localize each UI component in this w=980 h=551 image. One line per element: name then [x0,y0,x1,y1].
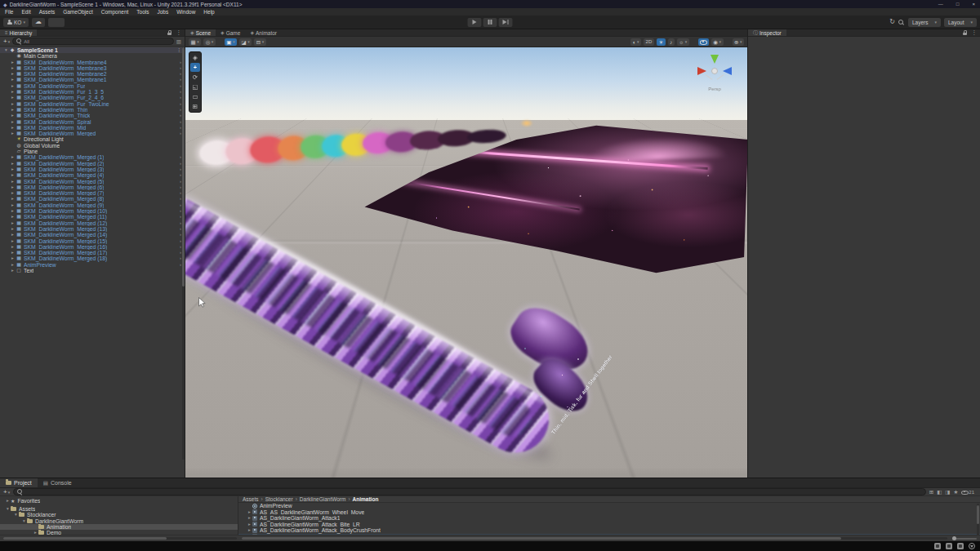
project-searchbox[interactable] [13,488,926,495]
expander-icon[interactable] [10,119,16,125]
expander-icon[interactable] [10,172,16,178]
expander-icon[interactable] [247,515,252,522]
hierarchy-row[interactable]: SKM_DarklineWorm_Merged (16) [0,244,185,250]
expander-icon[interactable] [10,232,16,238]
row-arrow-icon[interactable] [176,77,181,82]
services-button[interactable] [48,18,65,27]
pivot-dropdown[interactable]: ▣▾ [225,38,237,46]
search-by-type-icon[interactable]: ◧ [937,488,942,496]
hierarchy-row[interactable]: AnimPreview [0,262,185,268]
scene-tool-button[interactable] [190,73,200,82]
expander-icon[interactable] [10,131,16,136]
row-arrow-icon[interactable] [176,232,181,238]
hierarchy-row[interactable]: SKM_DarklineWorm_Membrane3 [0,65,185,71]
menu-item[interactable]: File [1,8,17,16]
hierarchy-row[interactable]: SKM_DarklineWorm_Merged (1) [0,154,185,160]
hierarchy-row[interactable]: SampleScene 1 [0,47,185,53]
saved-search-star-icon[interactable] [953,488,958,496]
file-row[interactable]: AnimPreview [238,503,980,509]
scene-tool-button[interactable] [190,53,200,62]
gizmo-center[interactable] [711,68,718,74]
breadcrumb-item[interactable]: Animation [353,496,379,502]
account-button[interactable]: KO ▾ [3,18,29,27]
hierarchy-row[interactable]: Main Camera [0,53,185,59]
hierarchy-row[interactable]: SKM_DarklineWorm_Merged (14) [0,232,185,238]
row-arrow-icon[interactable] [176,172,181,178]
expander-icon[interactable] [10,89,16,95]
files-scrollbar[interactable] [977,504,979,535]
gizmo-z-axis-cone[interactable] [723,67,732,75]
scene-tool-button[interactable] [190,63,200,72]
minimize-button[interactable]: — [938,0,943,8]
hierarchy-row[interactable]: SKM_DarklineWorm_Thin [0,107,185,113]
expander-icon[interactable] [10,65,16,71]
hierarchy-row[interactable]: SKM_DarklineWorm_Merged (9) [0,202,185,208]
gizmo-x-axis-cone[interactable] [697,67,706,75]
expander-icon[interactable] [10,161,16,167]
expander-icon[interactable] [247,527,252,534]
file-row[interactable]: AS_DarklineGiantWorm_Attack_BodyCrushFro… [238,527,980,534]
expander-icon[interactable] [10,107,16,113]
row-arrow-icon[interactable] [176,262,181,268]
expander-icon[interactable] [13,512,19,518]
tab-console[interactable]: ▤ Console [38,478,78,487]
hierarchy-row[interactable]: SKM_DarklineWorm_Merged (3) [0,167,185,172]
hierarchy-row[interactable]: SKM_DarklineWorm_Merged (13) [0,226,185,232]
expander-icon[interactable] [10,238,16,244]
menu-item[interactable]: Help [199,8,218,16]
gizmo-projection-label[interactable]: Persp [695,87,734,91]
orientation-gizmo[interactable]: Persp [695,52,734,93]
row-arrow-icon[interactable] [176,154,181,160]
expander-icon[interactable] [10,179,16,184]
menu-item[interactable]: Window [172,8,199,16]
row-arrow-icon[interactable] [176,113,181,118]
file-row[interactable]: AS_DarklineGiantWorm_Attack_Bite_LR [238,522,980,528]
menu-item[interactable]: Jobs [154,8,173,16]
row-arrow-icon[interactable] [176,131,181,136]
camera-dropdown[interactable]: ◉▾ [711,38,724,46]
hierarchy-row[interactable]: SKM_DarklineWorm_Merged (4) [0,172,185,178]
row-arrow-icon[interactable] [176,226,181,232]
tool-settings-dropdown[interactable]: ◎▾ [203,38,216,46]
maximize-button[interactable]: □ [956,0,960,8]
hierarchy-row[interactable]: SKM_DarklineWorm_Merged (17) [0,250,185,256]
row-arrow-icon[interactable] [176,208,181,214]
expander-icon[interactable] [247,509,252,516]
expander-icon[interactable] [21,518,27,524]
menu-item[interactable]: Component [97,8,133,16]
search-by-label-icon[interactable]: ◨ [945,488,950,496]
tray-icon[interactable] [969,543,975,549]
row-arrow-icon[interactable] [176,167,181,172]
expander-icon[interactable] [247,522,252,528]
gizmo-y-axis-cone[interactable] [710,55,719,64]
scene-visibility-toggle[interactable] [698,38,709,46]
expander-icon[interactable] [10,214,16,220]
expander-icon[interactable] [10,83,16,89]
hierarchy-row[interactable]: Global Volume [0,143,185,149]
row-arrow-icon[interactable] [176,161,181,167]
expander-icon[interactable] [3,47,9,53]
folder-row[interactable]: DarklineGiantWorm [0,518,238,524]
lock-icon[interactable] [167,30,172,36]
expander-icon[interactable] [10,220,16,226]
rotation-dropdown[interactable]: ◪▾ [239,38,252,46]
expander-icon[interactable] [10,77,16,82]
expander-icon[interactable] [10,154,16,160]
row-arrow-icon[interactable] [176,238,181,244]
row-arrow-icon[interactable] [176,107,181,113]
menu-item[interactable]: Assets [35,8,60,16]
hierarchy-row[interactable]: SKM_DarklineWorm_Membrane4 [0,60,185,65]
folder-row[interactable]: Assets [0,506,238,512]
hierarchy-row[interactable]: SKM_DarklineWorm_Fur_2_4_6 [0,95,185,100]
view-tab[interactable]: ◈ Animator [245,29,282,36]
audio-toggle[interactable]: ♪ [668,38,675,46]
hidden-count-badge[interactable]: 21 [961,489,974,495]
row-arrow-icon[interactable] [176,95,181,100]
hierarchy-row[interactable]: SKM_DarklineWorm_Thick [0,113,185,118]
expander-icon[interactable] [10,268,16,273]
hierarchy-row[interactable]: SKM_DarklineWorm_Merged (11) [0,214,185,220]
scene-tool-button[interactable] [190,82,200,91]
expander-icon[interactable] [10,113,16,118]
snap-increment-dropdown[interactable]: ⊟▾ [254,38,265,46]
row-arrow-icon[interactable] [176,184,181,190]
